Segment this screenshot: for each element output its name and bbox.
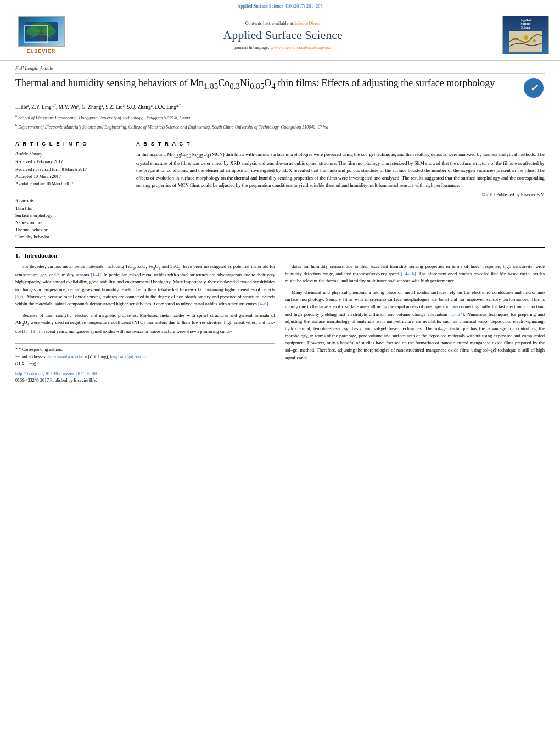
keyword-4: Thermal behavior <box>15 226 116 233</box>
page: Applied Surface Science 410 (2017) 201–2… <box>0 0 560 742</box>
keywords-section: Keywords: Thin film Surface morphology N… <box>15 193 116 241</box>
footnote-ling: (D.X. Ling). <box>15 361 275 367</box>
elsevier-logo-area: ELSEVIER <box>11 16 71 54</box>
intro-para-3: dates for humidity sensors due to their … <box>285 263 545 285</box>
header-area: ELSEVIER Contents lists available at Sci… <box>0 10 560 61</box>
article-info-abstract-section: A R T I C L E I N F O Article history: R… <box>15 141 545 241</box>
svg-rect-4 <box>40 35 43 40</box>
keyword-5: Humidity behavior <box>15 233 116 241</box>
logo-image <box>509 31 542 52</box>
section-divider-intro <box>15 247 545 248</box>
article-title: Thermal and humidity sensing behaviors o… <box>15 77 517 92</box>
footnote-corresponding: * * Corresponding authors. <box>15 347 275 353</box>
logo-graphic <box>509 31 542 52</box>
journal-top-bar: Applied Surface Science 410 (2017) 201–2… <box>0 0 560 10</box>
authors-line: L. Hea, Z.Y. Lingb,*, M.Y. Wua, G. Zhang… <box>15 103 545 110</box>
received-revised-date: Received in revised form 8 March 2017 <box>15 166 116 173</box>
keywords-label: Keywords: <box>15 198 116 203</box>
svg-rect-5 <box>509 31 542 52</box>
doi-line[interactable]: http://dx.doi.org/10.1016/j.apsusc.2017.… <box>15 371 275 377</box>
accepted-date: Accepted 10 March 2017 <box>15 173 116 180</box>
intro-para-1: For decades, various metal oxide materia… <box>15 263 275 308</box>
section-title-intro: 1. Introduction <box>15 252 545 259</box>
applied-surface-science-logo-area: AppliedSurfaceScience <box>494 16 549 54</box>
affiliation-a: a School of Electronic Engineering, Dong… <box>15 113 545 121</box>
svg-point-2 <box>26 27 40 36</box>
body-right-col: dates for humidity sensors due to their … <box>285 263 545 385</box>
applied-surface-science-logo: AppliedSurfaceScience <box>502 16 549 54</box>
issn-line: 0169-4332/© 2017 Published by Elsevier B… <box>15 377 275 383</box>
affiliation-b: b Department of Electronic Materials Sci… <box>15 122 545 131</box>
abstract-column: A B S T R A C T In this account, Mn1.85C… <box>136 141 545 241</box>
email-links[interactable]: lmzyling@scut.edu.cn <box>48 354 87 359</box>
elsevier-tree-icon <box>22 19 60 44</box>
body-two-col: For decades, various metal oxide materia… <box>15 263 545 385</box>
abstract-header: A B S T R A C T <box>136 141 545 147</box>
article-title-area: Thermal and humidity sensing behaviors o… <box>15 77 545 99</box>
article-history: Article history: Received 7 February 201… <box>15 151 116 187</box>
journal-citation: Applied Surface Science 410 (2017) 201–2… <box>237 3 323 9</box>
svg-point-6 <box>524 35 528 40</box>
journal-homepage-line: journal homepage: www.elsevier.com/locat… <box>71 44 494 50</box>
elsevier-logo-image <box>18 16 65 47</box>
keyword-1: Thin film <box>15 205 116 212</box>
copyright-line: © 2017 Published by Elsevier B.V. <box>136 192 545 197</box>
history-label: Article history: <box>15 151 116 157</box>
elsevier-logo: ELSEVIER <box>11 16 71 54</box>
logo-title: AppliedSurfaceScience <box>520 19 531 30</box>
affiliations: a School of Electronic Engineering, Dong… <box>15 113 545 130</box>
received-date: Received 7 February 2017 <box>15 158 116 165</box>
abstract-text: In this account, Mn1.85Co0.3Ni0.85O4 (MC… <box>136 151 545 188</box>
journal-homepage-link[interactable]: www.elsevier.com/locate/apsusc <box>271 44 331 50</box>
crossmark-icon: ✓ <box>524 78 544 98</box>
main-content: Full Length Article Thermal and humidity… <box>0 61 560 384</box>
body-left-col: For decades, various metal oxide materia… <box>15 263 275 385</box>
footnote-emails: E-mail addresses: lmzyling@scut.edu.cn (… <box>15 354 275 360</box>
elsevier-text: ELSEVIER <box>27 48 56 54</box>
journal-title: Applied Surface Science <box>71 28 494 42</box>
keyword-2: Surface morphology <box>15 212 116 219</box>
footnote-area: * * Corresponding authors. E-mail addres… <box>15 343 275 383</box>
article-type: Full Length Article <box>15 65 545 74</box>
available-online-date: Available online 18 March 2017 <box>15 180 116 187</box>
header-center: Contents lists available at ScienceDirec… <box>71 20 494 50</box>
keyword-3: Nano-structure <box>15 219 116 226</box>
svg-point-7 <box>533 39 536 42</box>
divider-1 <box>15 136 545 136</box>
article-info-column: A R T I C L E I N F O Article history: R… <box>15 141 125 241</box>
contents-line: Contents lists available at ScienceDirec… <box>71 20 494 26</box>
email-link-2[interactable]: lingdx@dgut.edu.cn <box>110 354 146 359</box>
intro-para-2: Because of their catalytic, electric and… <box>15 312 275 335</box>
svg-point-3 <box>43 27 56 36</box>
sciencedirect-link[interactable]: ScienceDirect <box>294 20 320 26</box>
article-info-header: A R T I C L E I N F O <box>15 141 116 147</box>
intro-para-4: Many chemical and physical phenomena tak… <box>285 289 545 361</box>
crossmark-logo[interactable]: ✓ <box>523 77 545 99</box>
